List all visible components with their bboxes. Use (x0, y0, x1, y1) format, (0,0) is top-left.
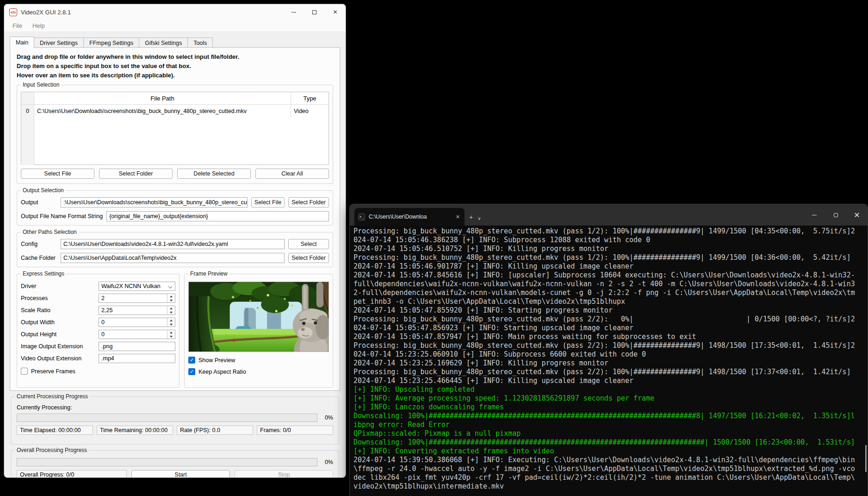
app-icon: v2x (9, 8, 17, 16)
video-extension-input[interactable]: .mp4 (99, 354, 175, 363)
input-action-button[interactable]: Delete Selected (177, 169, 251, 179)
format-string-input[interactable]: {original_file_name}_output{extension} (106, 211, 329, 221)
input-action-button[interactable]: Select Folder (99, 169, 173, 179)
driver-combobox[interactable]: Waifu2X NCNN Vulkan (99, 282, 175, 291)
group-legend: Current Processing Progress (15, 393, 90, 400)
terminal-titlebar: >_ C:\Users\User\Downloa ✕ + ∨ ✕ (350, 204, 868, 226)
output-height-value: 0 (101, 331, 105, 338)
tab-driver-settings[interactable]: Driver Settings (34, 38, 84, 48)
output-select-folder-button[interactable]: Select Folder (288, 197, 329, 207)
overall-progress-percent: 0% (321, 459, 333, 465)
terminal-maximize-button[interactable] (825, 204, 846, 226)
driver-value: Waifu2X NCNN Vulkan (101, 283, 161, 289)
terminal-tab[interactable]: >_ C:\Users\User\Downloa ✕ (354, 208, 465, 226)
spin-down-icon[interactable] (167, 334, 175, 339)
tab-dropdown-icon[interactable]: ∨ (477, 216, 481, 221)
terminal-line: ibpng error: Read Error (353, 421, 865, 429)
output-width-spinbox[interactable]: 0 (99, 318, 175, 327)
scale-ratio-value: 2,25 (101, 307, 112, 314)
show-preview-label: Show Preview (198, 357, 235, 364)
progress-stat-box: Time Remaining: 00:00:00 (97, 426, 173, 435)
cache-select-folder-button[interactable]: Select Folder (288, 253, 329, 263)
tabstrip: Main Driver Settings FFmpeg Settings Gif… (10, 37, 340, 48)
terminal-line: Processing: big_buck_bunny_480p_stereo_c… (353, 315, 865, 324)
bunny-forest-preview (189, 282, 329, 352)
config-path-input[interactable]: C:\Users\User\Downloads\video2x-4.8.1-wi… (61, 239, 285, 249)
gui-titlebar: v2x Video2X GUI 2.8.1 ✕ (4, 4, 346, 20)
spin-down-icon[interactable] (167, 322, 175, 326)
terminal-line: full\dependencies\waifu2x-ncnn-vulkan\wa… (353, 280, 865, 289)
instruction-line: Hover over an item to see its descriptio… (17, 71, 333, 80)
terminal-line: Processing: big_buck_bunny_480p_stereo_c… (353, 341, 865, 350)
instruction-line: Drop item on a specific input box to set… (17, 62, 333, 71)
minimize-button[interactable] (283, 4, 304, 20)
overall-progress-count: Overall Progress: 0/0 (17, 470, 127, 478)
group-legend: Overall Processing Progress (15, 447, 89, 453)
maximize-button[interactable] (304, 4, 325, 20)
current-progress-group: Current Processing Progress Currently Pr… (11, 396, 339, 445)
terminal-line: 2024-07-14 15:05:47.845616 [+] INFO: [up… (353, 271, 865, 280)
close-button[interactable]: ✕ (325, 4, 346, 20)
terminal-line: 2024-07-14 15:05:47.855920 [+] INFO: Sta… (353, 306, 865, 315)
processes-spinbox[interactable]: 2 (99, 294, 175, 303)
terminal-scrollbar[interactable] (865, 445, 867, 472)
video2x-window: v2x Video2X GUI 2.8.1 ✕ File Help Main D… (4, 4, 346, 478)
terminal-line: Processing: big_buck_bunny_480p_stereo_c… (353, 368, 865, 377)
new-tab-button[interactable]: + (469, 213, 473, 221)
cache-folder-input[interactable]: C:\Users\User\AppData\Local\Temp\video2x (61, 253, 285, 263)
spin-up-icon[interactable] (167, 306, 175, 310)
config-select-button[interactable]: Select (288, 239, 329, 249)
tab-ffmpeg-settings[interactable]: FFmpeg Settings (83, 38, 139, 48)
output-height-label: Output Height (21, 331, 99, 338)
frame-preview-image (188, 282, 329, 352)
terminal-tab-icon: >_ (358, 213, 365, 220)
keep-aspect-ratio-checkbox[interactable]: ✓ (188, 368, 195, 375)
output-path-input[interactable]: :\Users\User\Downloads\screenshots\big_b… (61, 197, 248, 207)
video-extension-label: Video Output Extension (21, 355, 99, 362)
spin-down-icon[interactable] (167, 298, 175, 302)
spin-up-icon[interactable] (167, 318, 175, 322)
stop-button[interactable]: Stop (235, 470, 333, 478)
preserve-frames-label: Preserve Frames (31, 368, 75, 375)
table-row[interactable]: 0 C:\Users\User\Downloads\screenshots\bi… (21, 105, 329, 117)
processes-value: 2 (101, 295, 105, 301)
start-button[interactable]: Start (131, 470, 230, 478)
tab-gifski-settings[interactable]: Gifski Settings (139, 38, 188, 48)
show-preview-checkbox[interactable]: ✓ (188, 357, 195, 364)
minimize-icon (291, 12, 296, 13)
tab-main[interactable]: Main (10, 37, 34, 48)
spin-up-icon[interactable] (167, 330, 175, 334)
output-height-spinbox[interactable]: 0 (99, 330, 175, 339)
group-legend: Express Settings (21, 270, 66, 277)
currently-processing-label: Currently Processing: (17, 404, 333, 411)
row-type: Video (291, 105, 329, 117)
terminal-tab-title: C:\Users\User\Downloa (369, 213, 451, 220)
tab-close-icon[interactable]: ✕ (455, 214, 461, 220)
terminal-line: video2x\tmp51blhupx\intermediate.mkv (353, 482, 865, 491)
menu-help[interactable]: Help (32, 22, 45, 29)
spin-down-icon[interactable] (167, 310, 175, 314)
terminal-line: 024-07-14 15:23:25.060910 [+] INFO: Subp… (353, 350, 865, 359)
frame-preview-group: Frame Preview (184, 274, 333, 388)
scale-ratio-spinbox[interactable]: 2,25 (99, 306, 175, 315)
terminal-close-button[interactable]: ✕ (846, 204, 868, 226)
input-action-button[interactable]: Select File (21, 169, 94, 179)
index-header (21, 92, 34, 104)
terminal-output[interactable]: Processing: big_buck_bunny_480p_stereo_c… (350, 226, 868, 491)
output-select-file-button[interactable]: Select File (251, 197, 285, 207)
terminal-minimize-button[interactable] (804, 204, 825, 226)
input-action-button[interactable]: Clear All (255, 169, 329, 179)
input-selection-group: Input Selection File Path Type 0 C:\User… (17, 85, 333, 184)
image-extension-input[interactable]: .png (99, 342, 175, 351)
terminal-line: pet_ihnb3 -o C:\Users\User\AppData\Local… (353, 297, 865, 306)
express-settings-group: Express Settings Driver Waifu2X NCNN Vul… (17, 274, 180, 388)
input-file-table[interactable]: File Path Type 0 C:\Users\User\Downloads… (21, 92, 329, 165)
terminal-line: Downscaling: 100%|######################… (353, 412, 865, 421)
preserve-frames-checkbox[interactable] (21, 368, 28, 375)
tab-tools[interactable]: Tools (187, 38, 213, 48)
format-string-label: Output File Name Format String (21, 213, 103, 220)
menu-file[interactable]: File (12, 22, 22, 29)
overall-progress-group: Overall Processing Progress 0% Overall P… (11, 450, 339, 478)
spin-up-icon[interactable] (167, 294, 175, 298)
output-label: Output (21, 199, 57, 206)
